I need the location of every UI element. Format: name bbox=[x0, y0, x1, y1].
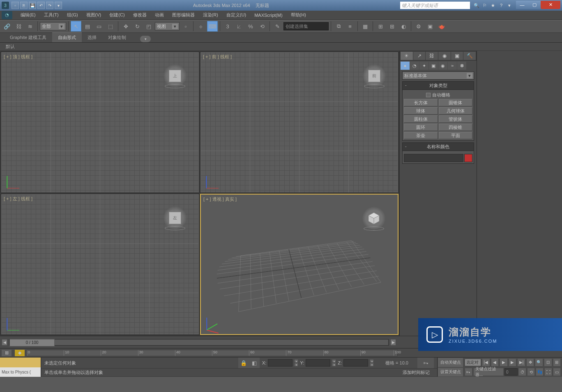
percent-snap-icon[interactable]: % bbox=[245, 21, 256, 32]
viewcube-perspective[interactable] bbox=[362, 207, 385, 230]
spinner-snap-icon[interactable]: ⟲ bbox=[257, 21, 267, 32]
btn-teapot[interactable]: 茶壶 bbox=[404, 132, 438, 139]
bind-spacewarp-icon[interactable]: ≋ bbox=[25, 21, 35, 32]
viewport-top[interactable]: [ + ] 顶 ] 线框 ] 上 bbox=[1, 52, 199, 193]
select-by-name-icon[interactable]: ▤ bbox=[82, 21, 93, 32]
help-search-input[interactable]: 键入关键字或短语 bbox=[400, 2, 470, 9]
time-config-icon[interactable]: ⏱ bbox=[518, 368, 526, 376]
autokey-button[interactable]: 自动关键点 bbox=[438, 358, 463, 367]
geometry-icon[interactable]: ● bbox=[401, 62, 410, 70]
curve-editor-icon[interactable]: ⊞ bbox=[375, 21, 386, 32]
btn-plane[interactable]: 平面 bbox=[439, 132, 473, 139]
menu-rendering[interactable]: 渲染(R) bbox=[199, 11, 222, 19]
next-frame-icon[interactable]: ▶ bbox=[390, 339, 396, 346]
object-color-swatch[interactable] bbox=[464, 154, 472, 162]
nav-maximize-icon[interactable]: ⛶ bbox=[544, 368, 552, 376]
coord-y-input[interactable] bbox=[306, 359, 330, 367]
keyboard-shortcut-icon[interactable]: ⌨ bbox=[207, 21, 218, 32]
viewcube-left[interactable]: 左 bbox=[164, 206, 187, 229]
viewport-left[interactable]: [ + ] 左 ] 线框 ] 左 bbox=[1, 194, 199, 335]
trackbar-key-icon[interactable]: ◆ bbox=[15, 350, 25, 356]
time-slider-thumb[interactable]: 0 / 100 bbox=[9, 339, 55, 346]
systems-icon[interactable]: ✽ bbox=[457, 62, 466, 70]
goto-start-icon[interactable]: |◀ bbox=[482, 358, 490, 367]
setkey-button[interactable]: 设置关键点 bbox=[438, 367, 463, 377]
ribbon-tab-graphite[interactable]: Graphite 建模工具 bbox=[4, 33, 52, 42]
viewport-front[interactable]: [ + ] 前 ] 线框 ] 前 bbox=[200, 52, 398, 193]
btn-pyramid[interactable]: 四棱锥 bbox=[439, 124, 473, 131]
add-time-tag[interactable]: 添加时间标记 bbox=[398, 369, 434, 376]
menu-modifiers[interactable]: 修改器 bbox=[129, 11, 151, 19]
app-icon[interactable]: 3 bbox=[2, 2, 9, 9]
prev-frame-icon[interactable]: ◀ bbox=[491, 358, 499, 367]
pivot-center-icon[interactable]: ▫ bbox=[180, 21, 191, 32]
menu-animation[interactable]: 动画 bbox=[151, 11, 168, 19]
motion-tab-icon[interactable]: ◉ bbox=[438, 52, 451, 60]
move-icon[interactable]: ✥ bbox=[120, 21, 131, 32]
prev-frame-icon[interactable]: ◀ bbox=[2, 339, 7, 346]
mirror-icon[interactable]: ⧉ bbox=[333, 21, 344, 32]
btn-cylinder[interactable]: 圆柱体 bbox=[404, 115, 438, 123]
nav-zoomall-icon[interactable]: ⊞ bbox=[553, 358, 561, 367]
manipulate-icon[interactable]: ⟐ bbox=[196, 21, 206, 32]
render-production-icon[interactable]: 🫖 bbox=[436, 21, 447, 32]
object-name-input[interactable] bbox=[404, 154, 463, 162]
rollout-name-color[interactable]: -名称和颜色 bbox=[402, 142, 474, 151]
spinner-down-icon[interactable]: ▾ bbox=[294, 363, 298, 367]
qat-more-icon[interactable]: ▾ bbox=[55, 2, 62, 9]
schematic-view-icon[interactable]: ⊞ bbox=[387, 21, 397, 32]
key-filters-button[interactable]: 关键点过滤器... bbox=[473, 368, 504, 376]
window-crossing-icon[interactable]: ⬚ bbox=[105, 21, 116, 32]
viewcube-front[interactable]: 前 bbox=[363, 64, 386, 87]
rotate-icon[interactable]: ↻ bbox=[132, 21, 143, 32]
unlink-icon[interactable]: ⛓ bbox=[13, 21, 24, 32]
current-frame-input[interactable]: 0 bbox=[504, 368, 518, 376]
align-icon[interactable]: ≡ bbox=[345, 21, 355, 32]
select-object-icon[interactable]: ↖ bbox=[71, 21, 81, 32]
ribbon-tab-selection[interactable]: 选择 bbox=[82, 33, 102, 42]
ribbon-expand-icon[interactable]: ▾ bbox=[140, 36, 151, 42]
viewport-perspective[interactable]: [ + ] 透视 ] 真实 ] bbox=[200, 194, 398, 335]
edit-named-sel-icon[interactable]: ✎ bbox=[272, 21, 283, 32]
minimize-button[interactable]: — bbox=[516, 1, 528, 9]
link-icon[interactable]: 🔗 bbox=[2, 21, 12, 32]
viewport-label-left[interactable]: [ + ] 左 ] 线框 ] bbox=[4, 196, 32, 202]
application-menu-icon[interactable]: ◔ bbox=[2, 11, 12, 19]
menu-maxscript[interactable]: MAXScript(M) bbox=[250, 11, 286, 19]
btn-sphere[interactable]: 球体 bbox=[404, 107, 438, 115]
qat-new-icon[interactable]: ▫ bbox=[12, 2, 19, 9]
isolate-icon[interactable]: ◧ bbox=[249, 358, 260, 368]
hierarchy-tab-icon[interactable]: ⛓ bbox=[426, 52, 438, 60]
key-big-icon[interactable]: 🗝 bbox=[417, 358, 434, 368]
menu-tools[interactable]: 工具(T) bbox=[40, 11, 63, 19]
modify-tab-icon[interactable]: ↗ bbox=[413, 52, 426, 60]
create-tab-icon[interactable]: ☀ bbox=[401, 52, 413, 60]
setkey-large-icon[interactable]: 🗝 bbox=[465, 368, 472, 376]
time-slider-track[interactable]: 0 / 100 bbox=[9, 339, 389, 346]
close-button[interactable]: ✕ bbox=[541, 1, 560, 9]
menu-views[interactable]: 视图(V) bbox=[82, 11, 106, 19]
viewcube-top[interactable]: 上 bbox=[164, 64, 187, 87]
nav-fov-icon[interactable]: ⊡ bbox=[544, 358, 552, 367]
menu-help[interactable]: 帮助(H) bbox=[287, 11, 310, 19]
material-editor-icon[interactable]: ◐ bbox=[398, 21, 409, 32]
next-frame-icon[interactable]: ▶ bbox=[509, 358, 517, 367]
favorites-icon[interactable]: ★ bbox=[490, 2, 496, 9]
key-mode-combo[interactable]: 选定对 bbox=[465, 359, 481, 366]
rollout-object-type[interactable]: -对象类型 bbox=[402, 81, 474, 90]
cameras-icon[interactable]: ▣ bbox=[429, 62, 438, 70]
viewport-label-top[interactable]: [ + ] 顶 ] 线框 ] bbox=[4, 54, 32, 60]
nav-orbit-icon[interactable]: ⟲ bbox=[527, 368, 535, 376]
display-tab-icon[interactable]: ▣ bbox=[451, 52, 463, 60]
utilities-tab-icon[interactable]: 🔨 bbox=[463, 52, 476, 60]
snap-toggle-icon[interactable]: 3 bbox=[222, 21, 233, 32]
nav-region-icon[interactable]: ▭ bbox=[553, 368, 561, 376]
selection-filter-combo[interactable]: 全部 bbox=[40, 22, 66, 30]
spacewarps-icon[interactable]: ≈ bbox=[448, 62, 457, 70]
btn-torus[interactable]: 圆环 bbox=[404, 124, 438, 131]
qat-open-icon[interactable]: ⎘ bbox=[20, 2, 28, 9]
btn-box[interactable]: 长方体 bbox=[404, 99, 438, 106]
qat-undo-icon[interactable]: ↶ bbox=[37, 2, 45, 9]
scale-icon[interactable]: ◰ bbox=[143, 21, 154, 32]
menu-grapheditors[interactable]: 图形编辑器 bbox=[168, 11, 199, 19]
